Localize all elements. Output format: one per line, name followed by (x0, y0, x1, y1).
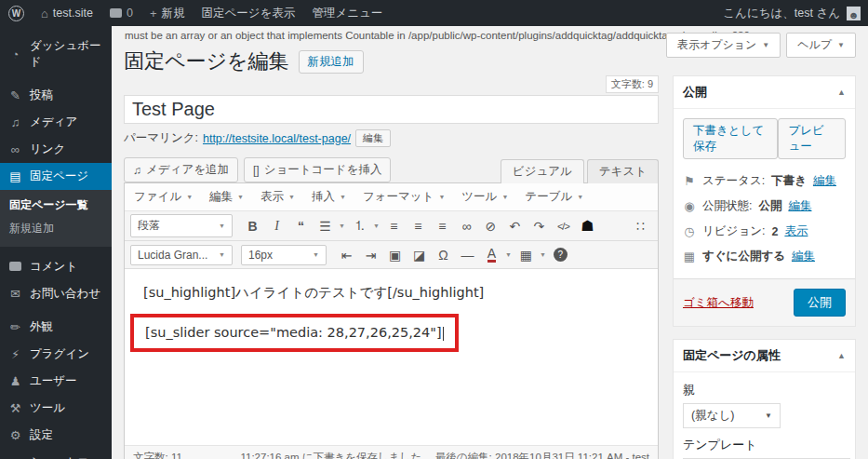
revisions-icon: ◷ (683, 224, 696, 238)
page-attributes-header[interactable]: 固定ページの属性 ▲ (674, 340, 855, 372)
undo-icon[interactable]: ↶ (503, 215, 527, 236)
status-icon: ⚑ (683, 174, 696, 188)
move-to-trash-link[interactable]: ゴミ箱へ移動 (683, 295, 754, 311)
horizontal-rule-icon[interactable]: — (456, 244, 479, 265)
admin-menu-link[interactable]: 管理メニュー (303, 0, 391, 26)
menu-table[interactable]: テーブル▼ (525, 189, 583, 205)
blockquote-icon[interactable]: “ (289, 215, 313, 236)
menu-edit[interactable]: 編集▼ (209, 189, 244, 205)
sidebar-item-tools[interactable]: ⚒ ツール (0, 395, 112, 422)
publish-button[interactable]: 公開 (794, 289, 846, 317)
add-media-button[interactable]: ♫ メディアを追加 (124, 157, 238, 182)
unlink-icon[interactable]: ⊘ (479, 215, 502, 236)
sidebar-item-links[interactable]: ∞ リンク (0, 136, 112, 163)
sidebar-item-plugins[interactable]: ⚡ プラグイン (0, 341, 112, 368)
bold-icon[interactable]: B (241, 215, 264, 236)
special-character-icon[interactable]: Ω (432, 244, 455, 265)
menu-view[interactable]: 表示▼ (260, 189, 295, 205)
collapse-toggle-icon[interactable]: ▲ (837, 88, 846, 97)
chevron-down-icon: ▼ (762, 41, 769, 49)
status-row: ⚑ ステータス: 下書き 編集 (683, 169, 846, 194)
avatar[interactable]: ☻ (847, 7, 861, 20)
sidebar-item-shortcode[interactable]: [] ショートコード (0, 449, 112, 459)
sidebar-item-contact[interactable]: ✉ お問い合わせ (0, 280, 112, 307)
help-button[interactable]: ヘルプ ▼ (786, 33, 856, 58)
editor-content-area[interactable]: [su_highlight]ハイライトのテストです[/su_highlight]… (125, 269, 658, 445)
paragraph-select[interactable]: 段落 ▼ (130, 214, 233, 237)
sidebar-item-media[interactable]: ♫ メディア (0, 109, 112, 136)
avatar-insert-icon[interactable]: ☗ (576, 215, 599, 236)
insert-shortcode-button[interactable]: [] ショートコードを挿入 (244, 157, 391, 182)
publish-box-header[interactable]: 公開 ▲ (674, 76, 855, 109)
chevron-down-icon: ▼ (186, 194, 193, 200)
align-center-icon[interactable]: ≡ (407, 215, 430, 236)
link-icon[interactable]: ∞ (455, 215, 478, 236)
numbered-list-icon[interactable]: ⒈ (348, 215, 371, 236)
table-icon[interactable]: ▦ (514, 244, 538, 265)
bullet-list-icon[interactable]: ☰ (314, 215, 337, 236)
text-color-icon[interactable]: A (480, 244, 503, 265)
add-new-button[interactable]: 新規追加 (299, 50, 364, 74)
clear-formatting-icon[interactable]: ◪ (407, 244, 431, 265)
outdent-icon[interactable]: ⇤ (335, 244, 358, 265)
revisions-view-link[interactable]: 表示 (784, 223, 808, 239)
align-right-icon[interactable]: ≡ (431, 215, 454, 236)
save-draft-button[interactable]: 下書きとして保存 (683, 118, 778, 159)
collapse-toggle-icon[interactable]: ▲ (837, 351, 846, 360)
permalink-url-link[interactable]: http://testsite.local/test-page/ (203, 132, 351, 145)
post-title-input[interactable] (124, 95, 659, 124)
media-icon: ♫ (133, 164, 141, 177)
schedule-edit-link[interactable]: 編集 (792, 249, 815, 264)
tab-text[interactable]: テキスト (587, 159, 659, 183)
chevron-down-icon: ▼ (501, 194, 508, 200)
screen-options-button[interactable]: 表示オプション ▼ (666, 33, 781, 58)
sidebar-item-label: ユーザー (30, 373, 77, 389)
menu-tools[interactable]: ツール▼ (461, 189, 508, 205)
greeting-label[interactable]: こんにちは、test さん (723, 6, 840, 21)
code-icon[interactable]: </> (552, 215, 575, 236)
permalink-edit-button[interactable]: 編集 (355, 129, 391, 147)
help-label: ヘルプ (797, 37, 832, 53)
status-edit-link[interactable]: 編集 (813, 173, 836, 189)
chevron-down-icon: ▼ (837, 41, 845, 49)
sidebar-item-pages[interactable]: ▤ 固定ページ (0, 163, 112, 190)
fullscreen-icon[interactable]: ∷ (629, 215, 652, 236)
sidebar-item-comments[interactable]: コメント (0, 253, 112, 280)
visibility-edit-link[interactable]: 編集 (788, 198, 811, 214)
comments-link[interactable]: 0 (101, 0, 141, 26)
site-name-link[interactable]: ⌂ test.site (33, 0, 101, 26)
submenu-item-add-new[interactable]: 新規追加 (0, 217, 112, 240)
menu-format[interactable]: フォーマット▼ (363, 189, 445, 205)
tab-visual[interactable]: ビジュアル (501, 159, 584, 183)
pages-submenu: 固定ページ一覧 新規追加 (0, 190, 112, 247)
redo-icon[interactable]: ↷ (527, 215, 551, 236)
sidebar-item-dashboard[interactable]: ◔ ダッシュボード (0, 33, 112, 75)
sidebar-item-posts[interactable]: ✎ 投稿 (0, 82, 112, 109)
media-icon: ♫ (8, 115, 22, 129)
paste-as-text-icon[interactable]: ▣ (383, 244, 407, 265)
indent-icon[interactable]: ⇥ (359, 244, 382, 265)
menu-insert[interactable]: 挿入▼ (312, 189, 346, 205)
parent-select[interactable]: (親なし) ▼ (683, 403, 781, 428)
view-page-link[interactable]: 固定ページを表示 (193, 0, 303, 26)
sidebar-item-users[interactable]: ♟ ユーザー (0, 368, 112, 395)
italic-icon[interactable]: I (265, 215, 288, 236)
help-icon[interactable]: ? (549, 244, 572, 265)
menu-file[interactable]: ファイル▼ (134, 189, 193, 205)
sidebar-item-settings[interactable]: ⚙ 設定 (0, 422, 112, 449)
font-family-select[interactable]: Lucida Gran... ▼ (130, 245, 233, 265)
font-size-select[interactable]: 16px ▼ (241, 245, 327, 265)
preview-button[interactable]: プレビュー (778, 118, 846, 159)
text-cursor (443, 327, 444, 341)
visibility-row: ◉ 公開状態: 公開 編集 (683, 194, 846, 219)
links-icon: ∞ (8, 142, 22, 156)
page-title: 固定ページを編集 (124, 47, 289, 75)
align-left-icon[interactable]: ≡ (382, 215, 406, 236)
chevron-down-icon: ▼ (339, 223, 345, 229)
page-attributes-box: 固定ページの属性 ▲ 親 (親なし) ▼ テンプレート デフォルトテンプレート … (673, 339, 856, 459)
sidebar-item-appearance[interactable]: ✏ 外観 (0, 314, 112, 341)
new-content-menu[interactable]: + 新規 (141, 0, 194, 26)
wordpress-menu[interactable]: W (0, 0, 33, 26)
parent-label: 親 (683, 382, 846, 398)
submenu-item-all-pages[interactable]: 固定ページ一覧 (0, 194, 112, 217)
